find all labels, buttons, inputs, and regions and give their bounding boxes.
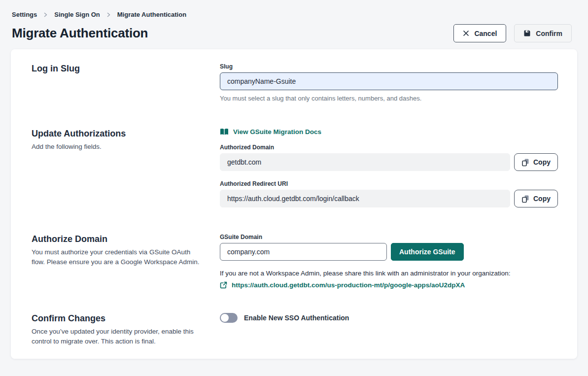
toggle-knob <box>221 314 229 322</box>
authorized-domain-input[interactable] <box>220 153 510 171</box>
section-login-slug: Log in Slug Slug You must select a slug … <box>32 63 558 102</box>
gsuite-domain-input[interactable] <box>220 243 387 261</box>
gsuite-migration-docs-link-label: View GSuite Migration Docs <box>233 128 321 136</box>
admin-share-link[interactable]: https://auth.cloud.getdbt.com/us-product… <box>232 281 465 289</box>
settings-card: Log in Slug Slug You must select a slug … <box>11 49 577 359</box>
copy-icon <box>521 195 529 203</box>
authorized-redirect-uri-field: Authorized Redirect URI Copy <box>220 180 558 207</box>
gsuite-domain-label: GSuite Domain <box>220 234 558 240</box>
slug-helper-text: You must select a slug that only contain… <box>220 95 558 102</box>
copy-redirect-uri-button[interactable]: Copy <box>514 190 558 207</box>
breadcrumb-single-sign-on[interactable]: Single Sign On <box>54 11 100 18</box>
copy-authorized-domain-button[interactable]: Copy <box>514 153 558 171</box>
authorized-domain-label: Authorized Domain <box>220 144 558 151</box>
workspace-admin-note: If you are not a Workspace Admin, please… <box>220 269 558 278</box>
section-heading-login-slug: Log in Slug <box>32 63 220 74</box>
breadcrumb: Settings Single Sign On Migrate Authenti… <box>12 11 572 18</box>
authorize-gsuite-button[interactable]: Authorize GSuite <box>391 243 464 261</box>
book-icon <box>220 128 229 136</box>
breadcrumb-settings[interactable]: Settings <box>12 11 37 18</box>
close-icon <box>463 30 469 36</box>
header-actions: Cancel Confirm <box>453 24 572 42</box>
section-confirm-changes: Confirm Changes Once you’ve updated your… <box>32 313 558 346</box>
copy-button-label: Copy <box>533 195 551 203</box>
enable-sso-toggle[interactable] <box>220 313 238 323</box>
section-desc-authorize-domain: You must authorize your credentials via … <box>32 247 202 267</box>
section-desc-confirm-changes: Once you’ve updated your identity provid… <box>32 327 194 346</box>
authorize-gsuite-button-label: Authorize GSuite <box>399 248 455 256</box>
section-desc-update-authorizations: Add the following fields. <box>32 142 202 152</box>
enable-sso-toggle-label: Enable New SSO Authentication <box>244 314 349 322</box>
cancel-button-label: Cancel <box>474 30 497 37</box>
gsuite-migration-docs-link[interactable]: View GSuite Migration Docs <box>220 128 321 136</box>
confirm-button-label: Confirm <box>536 30 562 37</box>
section-heading-confirm-changes: Confirm Changes <box>32 313 220 324</box>
slug-field-label: Slug <box>220 63 558 70</box>
copy-icon <box>521 158 529 167</box>
external-link-icon <box>220 281 227 289</box>
confirm-button[interactable]: Confirm <box>514 24 572 42</box>
authorized-domain-field: Authorized Domain Copy <box>220 144 558 171</box>
save-icon <box>523 30 531 37</box>
section-heading-update-authorizations: Update Authorizations <box>32 128 220 139</box>
cancel-button[interactable]: Cancel <box>453 24 506 42</box>
authorized-redirect-uri-input[interactable] <box>220 190 510 207</box>
authorized-redirect-uri-label: Authorized Redirect URI <box>220 180 558 187</box>
slug-input[interactable] <box>220 72 558 90</box>
page-header: Settings Single Sign On Migrate Authenti… <box>0 0 588 42</box>
chevron-right-icon <box>106 12 111 17</box>
chevron-right-icon <box>43 12 48 17</box>
section-update-authorizations: Update Authorizations Add the following … <box>32 128 558 207</box>
page-title: Migrate Authentication <box>12 26 148 41</box>
section-heading-authorize-domain: Authorize Domain <box>32 234 220 244</box>
section-authorize-domain: Authorize Domain You must authorize your… <box>32 234 558 289</box>
copy-button-label: Copy <box>533 158 551 166</box>
breadcrumb-migrate-authentication: Migrate Authentication <box>117 11 186 18</box>
